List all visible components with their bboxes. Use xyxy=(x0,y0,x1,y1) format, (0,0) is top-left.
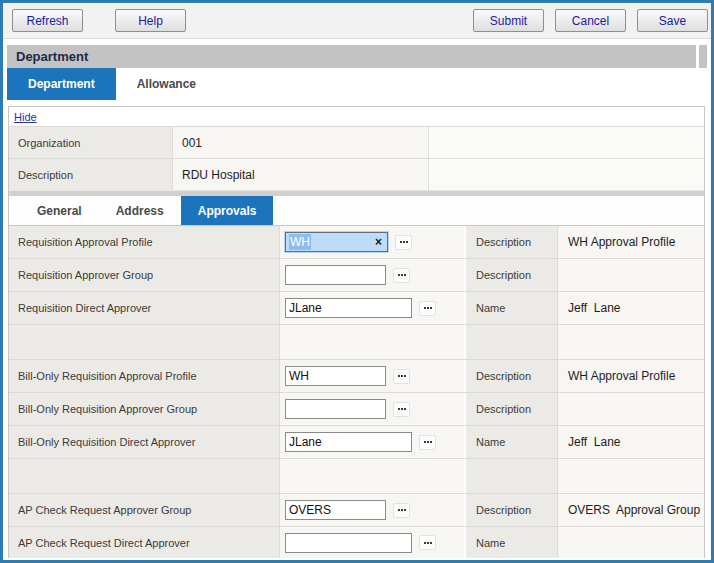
lookup-dot xyxy=(424,441,426,443)
lookup-dot xyxy=(401,509,403,511)
form-row: Requisition Direct ApproverNameJeff Lane xyxy=(9,292,704,325)
lookup-dot xyxy=(400,241,402,243)
side-label: Description xyxy=(466,360,558,392)
side-value: Jeff Lane xyxy=(558,426,704,458)
tab-address[interactable]: Address xyxy=(99,196,181,225)
refresh-button[interactable]: Refresh xyxy=(12,9,83,32)
title-bar-end-cap xyxy=(699,45,707,68)
lookup-dot xyxy=(427,307,429,309)
submit-button[interactable]: Submit xyxy=(473,9,544,32)
form-row: Bill-Only Requisition Approver GroupDesc… xyxy=(9,393,704,426)
form-row: AP Check Request Approver GroupDescripti… xyxy=(9,494,704,527)
description-value: RDU Hospital xyxy=(173,159,429,190)
title-bar: Department xyxy=(7,45,707,68)
lookup-ellipsis-button[interactable] xyxy=(395,235,412,250)
help-button[interactable]: Help xyxy=(115,9,186,32)
form-row: Requisition Approval ProfileWH×Descripti… xyxy=(9,226,704,259)
lookup-dot xyxy=(427,441,429,443)
main-tab-bar: Department Allowance xyxy=(7,68,707,100)
field-input-cell xyxy=(280,494,466,526)
field-input[interactable] xyxy=(285,533,412,553)
field-label: Requisition Approver Group xyxy=(9,259,280,291)
lookup-dot xyxy=(406,241,408,243)
field-label xyxy=(9,459,280,493)
detail-panel: Hide Organization 001 Description RDU Ho… xyxy=(8,106,705,558)
hide-link[interactable]: Hide xyxy=(14,111,37,123)
clear-icon[interactable]: × xyxy=(375,236,382,248)
field-input[interactable] xyxy=(285,366,386,386)
cancel-button[interactable]: Cancel xyxy=(555,9,626,32)
lookup-ellipsis-button[interactable] xyxy=(419,535,436,550)
side-value xyxy=(558,459,704,493)
description-row: Description RDU Hospital xyxy=(9,158,704,190)
field-input-cell xyxy=(280,325,466,359)
form-row: Requisition Approver GroupDescription xyxy=(9,259,704,292)
side-value xyxy=(558,393,704,425)
application-window: Refresh Help Submit Cancel Save Departme… xyxy=(0,0,714,563)
selected-text: WH xyxy=(289,234,311,250)
lookup-dot xyxy=(404,509,406,511)
organization-row-filler xyxy=(429,127,704,158)
lookup-dot xyxy=(403,241,405,243)
field-input-cell xyxy=(280,459,466,493)
lookup-dot xyxy=(404,408,406,410)
field-label: Bill-Only Requisition Direct Approver xyxy=(9,426,280,458)
field-input-cell: WH× xyxy=(280,226,466,258)
side-value: WH Approval Profile xyxy=(558,226,704,258)
tab-department[interactable]: Department xyxy=(7,68,116,100)
field-input-focused[interactable]: WH× xyxy=(285,232,388,252)
field-input-cell xyxy=(280,393,466,425)
tab-general[interactable]: General xyxy=(20,196,99,225)
field-input-cell xyxy=(280,259,466,291)
save-button[interactable]: Save xyxy=(637,9,708,32)
side-label: Description xyxy=(466,226,558,258)
lookup-ellipsis-button[interactable] xyxy=(393,503,410,518)
lookup-ellipsis-button[interactable] xyxy=(393,369,410,384)
lookup-dot xyxy=(401,408,403,410)
side-label: Name xyxy=(466,426,558,458)
lookup-dot xyxy=(401,274,403,276)
lookup-dot xyxy=(430,307,432,309)
side-label: Name xyxy=(466,527,558,558)
form-row: Bill-Only Requisition Approval ProfileDe… xyxy=(9,360,704,393)
side-label: Name xyxy=(466,292,558,324)
tab-allowance[interactable]: Allowance xyxy=(116,68,217,100)
side-label: Description xyxy=(466,393,558,425)
tab-approvals[interactable]: Approvals xyxy=(181,196,274,225)
field-input[interactable] xyxy=(285,432,412,452)
form-row: Bill-Only Requisition Direct ApproverNam… xyxy=(9,426,704,459)
field-input[interactable] xyxy=(285,500,386,520)
field-input[interactable] xyxy=(285,265,386,285)
field-input-cell xyxy=(280,360,466,392)
sub-tab-bar: General Address Approvals xyxy=(9,196,704,226)
field-input[interactable] xyxy=(285,399,386,419)
form-row: AP Check Request Direct ApproverName xyxy=(9,527,704,558)
form-table: Requisition Approval ProfileWH×Descripti… xyxy=(9,226,704,558)
lookup-dot xyxy=(427,542,429,544)
toolbar: Refresh Help Submit Cancel Save xyxy=(3,3,711,39)
field-label: AP Check Request Direct Approver xyxy=(9,527,280,558)
lookup-ellipsis-button[interactable] xyxy=(419,301,436,316)
field-input[interactable] xyxy=(285,298,412,318)
lookup-dot xyxy=(404,375,406,377)
lookup-ellipsis-button[interactable] xyxy=(419,435,436,450)
lookup-dot xyxy=(398,274,400,276)
lookup-ellipsis-button[interactable] xyxy=(393,268,410,283)
side-value xyxy=(558,325,704,359)
side-value xyxy=(558,259,704,291)
field-input-cell xyxy=(280,527,466,558)
field-input-cell xyxy=(280,426,466,458)
page-title: Department xyxy=(7,45,696,68)
side-label: Description xyxy=(466,494,558,526)
lookup-dot xyxy=(424,542,426,544)
lookup-dot xyxy=(398,509,400,511)
lookup-ellipsis-button[interactable] xyxy=(393,402,410,417)
side-label: Description xyxy=(466,259,558,291)
field-label: AP Check Request Approver Group xyxy=(9,494,280,526)
description-row-filler xyxy=(429,159,704,190)
field-label: Requisition Approval Profile xyxy=(9,226,280,258)
lookup-dot xyxy=(398,375,400,377)
organization-row: Organization 001 xyxy=(9,126,704,158)
lookup-dot xyxy=(430,441,432,443)
lookup-dot xyxy=(401,375,403,377)
